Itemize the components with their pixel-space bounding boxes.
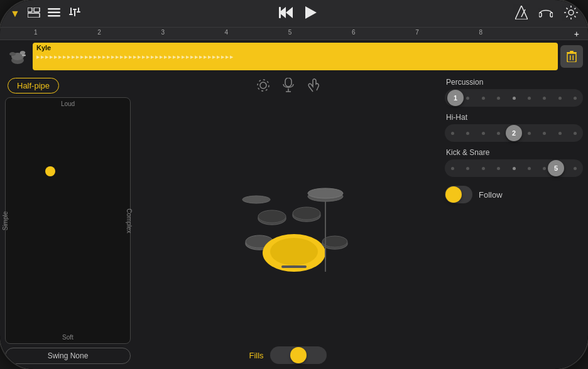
svg-point-31 [260,82,266,88]
svg-rect-6 [70,8,72,14]
svg-rect-27 [570,55,571,60]
svg-point-38 [242,196,270,203]
svg-rect-4 [48,11,60,13]
svg-marker-15 [305,6,317,19]
percussion-dots [445,97,583,100]
track-content[interactable]: Kyle ▶▶▶ ▶▶▶ ▶▶▶ ▶▶▶ ▶▶▶ ▶▶▶ ▶▶▶ ▶▶▶ ▶▶▶… [33,43,558,70]
kick-snare-knob[interactable]: 5 [548,160,564,176]
right-panel: Percussion [445,78,583,364]
timeline-mark-8: 8 [479,29,482,36]
mixer-icon[interactable] [68,8,80,20]
svg-rect-19 [550,13,553,17]
svg-point-32 [258,80,269,91]
svg-point-24 [20,51,25,55]
preset-button[interactable]: Half-pipe [8,78,59,94]
headphones-icon[interactable] [539,7,553,21]
svg-point-40 [258,210,286,223]
phone-frame: ▼ [0,0,588,369]
metronome-icon[interactable] [515,6,528,22]
svg-rect-9 [73,9,77,10]
dot [574,167,577,170]
hand-icon[interactable] [307,78,319,96]
hihat-section: Hi-Hat [445,113,583,142]
dot [574,132,577,135]
fills-label: Fills [249,351,263,360]
pad-label-complex: Complex [126,208,133,233]
follow-toggle[interactable] [445,186,472,203]
follow-row: Follow [445,186,583,203]
dot [543,167,546,170]
pad-label-soft: Soft [62,334,74,341]
svg-marker-16 [515,6,528,19]
svg-rect-8 [74,10,75,16]
fills-toggle[interactable] [270,346,327,364]
svg-rect-2 [28,13,40,18]
percussion-level-track[interactable]: 1 [445,89,583,107]
timeline-mark-1: 1 [34,29,38,36]
swing-button[interactable]: Swing None [5,348,131,364]
kick-snare-section: Kick & Snare [445,148,583,177]
track-waveform: ▶▶▶ ▶▶▶ ▶▶▶ ▶▶▶ ▶▶▶ ▶▶▶ ▶▶▶ ▶▶▶ ▶▶▶ ▶▶▶ … [36,55,554,59]
svg-rect-7 [69,14,73,15]
dot [558,132,562,135]
dot [513,167,516,170]
rewind-icon[interactable] [279,7,293,21]
toolbar-right [515,6,578,22]
timeline-ruler: 1 2 3 4 5 6 7 8 + [0,28,588,40]
center-icons-row [256,78,319,96]
dot [482,132,485,135]
toolbar-center [279,6,317,21]
dot [482,97,485,100]
delete-track-button[interactable] [560,45,583,68]
dot [466,167,469,170]
dot [497,132,500,135]
svg-rect-1 [34,8,40,12]
pad-label-loud: Loud [61,100,75,107]
dot [497,167,500,170]
left-panel: Half-pipe Loud Soft Simple Complex Swing… [5,78,131,364]
dot [558,97,562,100]
dot [528,132,531,135]
dot [574,97,577,100]
add-track-button[interactable]: + [574,29,579,39]
follow-toggle-thumb [445,186,462,203]
play-icon[interactable] [305,6,317,21]
percussion-label: Percussion [445,78,583,87]
svg-point-37 [308,188,343,198]
dot [466,97,469,100]
svg-point-20 [569,10,574,15]
main-content: Half-pipe Loud Soft Simple Complex Swing… [0,73,588,369]
svg-marker-12 [286,7,293,18]
track-row: Kyle ▶▶▶ ▶▶▶ ▶▶▶ ▶▶▶ ▶▶▶ ▶▶▶ ▶▶▶ ▶▶▶ ▶▶▶… [0,40,588,73]
dot [543,97,546,100]
complexity-pad[interactable]: Loud Soft Simple Complex [5,97,131,344]
svg-point-23 [9,52,16,56]
hihat-label: Hi-Hat [445,113,583,122]
toolbar: ▼ [0,0,588,28]
hihat-knob[interactable]: 2 [506,125,522,141]
percussion-knob[interactable]: 1 [447,90,464,106]
tracks-view-icon[interactable] [28,8,40,20]
complexity-handle[interactable] [45,166,55,176]
dot [528,167,531,170]
fills-row: Fills [136,346,440,364]
fills-toggle-thumb [290,347,307,363]
svg-point-42 [293,207,320,220]
timeline-mark-6: 6 [352,29,356,36]
kick-snare-level-track[interactable]: 5 [445,159,583,177]
style-icon[interactable] [256,78,270,95]
kick-snare-label: Kick & Snare [445,148,583,157]
timeline-mark-3: 3 [161,29,165,36]
dot [466,132,469,135]
settings-icon[interactable] [564,6,578,22]
list-icon[interactable] [48,8,60,20]
svg-rect-3 [48,8,60,10]
svg-rect-33 [285,78,291,87]
svg-point-46 [270,238,318,265]
dot [497,97,500,100]
hihat-level-track[interactable]: 2 [445,124,583,142]
mic-icon[interactable] [283,78,294,96]
chevron-down-icon[interactable]: ▼ [10,8,20,19]
pad-label-simple: Simple [2,211,9,230]
svg-rect-29 [567,52,577,53]
